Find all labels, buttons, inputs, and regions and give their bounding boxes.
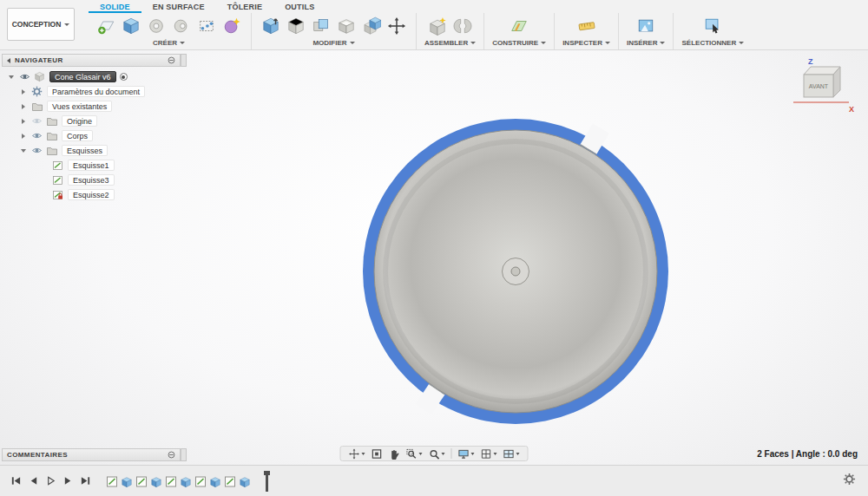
timeline-item-feature[interactable] [150, 473, 162, 489]
tab-en-surface[interactable]: EN SURFACE [141, 0, 216, 13]
chevron-down-icon [494, 453, 497, 455]
tree-item-document-settings[interactable]: Paramètres du document [2, 84, 181, 99]
inspecter-menu[interactable]: INSPECTER [562, 39, 610, 47]
visibility-eye-icon[interactable] [31, 130, 43, 141]
tab-tolerie[interactable]: TÔLERIE [216, 0, 273, 13]
tree-item-origin[interactable]: Origine [2, 114, 181, 128]
tree-item-label[interactable]: Esquisses [62, 145, 108, 156]
zoom-fit-button[interactable] [372, 448, 383, 460]
create-form-button[interactable] [220, 15, 243, 37]
panel-grip-handle[interactable] [181, 448, 187, 461]
expand-icon[interactable] [22, 134, 25, 139]
expand-icon[interactable] [22, 89, 25, 95]
timeline-settings-button[interactable] [843, 473, 856, 489]
navigator-title: NAVIGATEUR [15, 56, 163, 64]
extrude-button[interactable] [120, 15, 142, 37]
offset-face-button[interactable] [360, 15, 383, 37]
pattern-button[interactable] [195, 15, 218, 37]
revolve-button[interactable] [145, 15, 168, 37]
document-root-label[interactable]: Cone Glasair v6 [49, 71, 116, 82]
expand-icon[interactable] [21, 149, 26, 153]
construction-plane-button[interactable] [508, 15, 530, 37]
sweep-button[interactable] [170, 15, 193, 37]
combine-button[interactable] [310, 15, 332, 37]
timeline-item-sketch[interactable] [224, 473, 236, 489]
visibility-eye-icon[interactable] [19, 71, 30, 82]
tree-item-label[interactable]: Corps [62, 130, 93, 141]
go-to-end-button[interactable] [78, 474, 92, 488]
fillet-icon [286, 16, 306, 36]
view-cube[interactable]: Z AVANT X [783, 55, 859, 114]
press-pull-button[interactable] [260, 15, 282, 37]
tree-item-label[interactable]: Origine [62, 115, 97, 127]
creer-menu[interactable]: CRÉER [153, 39, 185, 47]
tree-item-sketch2[interactable]: Esquisse2 [2, 187, 181, 202]
chevron-down-icon [471, 453, 475, 455]
tree-item-bodies[interactable]: Corps [2, 128, 181, 143]
tree-item-label[interactable]: Esquisse3 [68, 174, 115, 186]
tree-item-label[interactable]: Esquisse1 [68, 160, 115, 171]
timeline-item-feature[interactable] [121, 473, 133, 489]
pin-icon[interactable] [168, 451, 175, 459]
timeline-item-feature[interactable] [209, 473, 221, 489]
go-to-start-button[interactable] [9, 474, 23, 488]
visibility-eye-icon[interactable] [31, 145, 43, 156]
viewport-3d[interactable]: Z AVANT X NAVIGATEUR [0, 50, 868, 465]
navigator-header[interactable]: NAVIGATEUR [2, 54, 181, 67]
assembler-menu[interactable]: ASSEMBLER [424, 39, 476, 47]
timeline-item-sketch[interactable] [194, 473, 207, 489]
timeline-position-marker[interactable] [263, 471, 271, 492]
expand-icon[interactable] [22, 119, 25, 124]
step-back-button[interactable] [26, 474, 40, 488]
timeline-item-sketch[interactable] [106, 473, 118, 489]
play-button[interactable] [43, 474, 57, 488]
fillet-button[interactable] [285, 15, 307, 37]
move-button[interactable] [385, 15, 408, 37]
create-sketch-button[interactable] [95, 15, 117, 37]
tab-outils[interactable]: OUTILS [273, 0, 326, 13]
timeline-item-feature[interactable] [180, 473, 192, 489]
step-forward-button[interactable] [61, 474, 75, 488]
tree-item-sketch3[interactable]: Esquisse3 [2, 173, 181, 187]
tree-item-sketch1[interactable]: Esquisse1 [2, 158, 181, 173]
tree-item-named-views[interactable]: Vues existantes [2, 99, 181, 114]
new-component-button[interactable] [426, 15, 449, 37]
timeline-item-sketch[interactable] [165, 473, 177, 489]
toolbar-group-inserer: INSÉRER [618, 13, 674, 49]
display-settings-button[interactable] [458, 448, 475, 460]
collapse-panel-icon[interactable] [7, 58, 10, 63]
insert-canvas-button[interactable] [635, 15, 657, 37]
pan-button[interactable] [349, 448, 365, 460]
visibility-eye-icon[interactable] [31, 115, 43, 127]
tree-item-label[interactable]: Paramètres du document [47, 86, 145, 97]
selectionner-menu[interactable]: SÉLECTIONNER [681, 39, 744, 47]
zoom-window-button[interactable] [406, 448, 423, 460]
tree-item-label[interactable]: Vues existantes [47, 101, 112, 112]
viewports-button[interactable] [503, 448, 520, 460]
construire-menu[interactable]: CONSTRUIRE [492, 39, 546, 47]
tree-item-sketches[interactable]: Esquisses [2, 143, 181, 158]
timeline-item-sketch[interactable] [135, 473, 148, 489]
chevron-down-icon [442, 453, 445, 455]
orbit-button[interactable] [389, 448, 400, 460]
construction-plane-icon [510, 16, 529, 36]
panel-grip-handle[interactable] [181, 54, 187, 67]
timeline-item-feature[interactable] [239, 473, 251, 489]
activate-component-radio[interactable] [120, 73, 128, 81]
inserer-menu[interactable]: INSÉRER [627, 39, 666, 47]
measure-button[interactable] [575, 15, 598, 37]
comments-header[interactable]: COMMENTAIRES [2, 448, 181, 461]
shell-button[interactable] [335, 15, 358, 37]
workspace-switcher[interactable]: CONCEPTION [7, 8, 75, 41]
select-button[interactable] [701, 15, 724, 37]
tree-item-label[interactable]: Esquisse2 [68, 189, 115, 200]
modifier-menu[interactable]: MODIFIER [312, 39, 354, 47]
tab-solide[interactable]: SOLIDE [89, 0, 141, 13]
joint-button[interactable] [451, 15, 474, 37]
grid-display-button[interactable] [481, 448, 497, 460]
tree-item-root[interactable]: Cone Glasair v6 [2, 69, 181, 84]
expand-icon[interactable] [22, 104, 25, 109]
pin-icon[interactable] [168, 56, 175, 64]
expand-icon[interactable] [9, 75, 14, 79]
zoom-button[interactable] [429, 448, 445, 460]
